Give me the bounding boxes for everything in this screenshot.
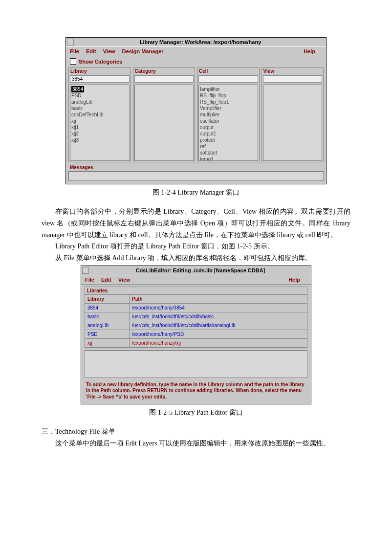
messages-area: [68, 171, 324, 181]
section-3-body: 这个菜单中的最后一项 Edit Layers 可以使用在版图编辑中，用来修改原始…: [42, 438, 350, 449]
libraries-empty-area[interactable]: [85, 350, 307, 378]
menu-help[interactable]: Help: [304, 48, 315, 54]
window-menu-button[interactable]: [82, 267, 89, 274]
list-item[interactable]: PSD: [71, 92, 128, 99]
table-row[interactable]: xjj/export/home/hanzy/xjj: [85, 339, 307, 348]
figure-1-2-4-caption: 图 1-2-4 Library Manager 窗口: [42, 188, 350, 197]
show-categories-row: Show Categories: [66, 56, 326, 66]
category-list[interactable]: [134, 85, 194, 161]
table-row[interactable]: basic/usr/cds_inst/tools/dfII/etc/cdslib…: [85, 312, 307, 321]
cell-path[interactable]: /usr/cds_inst/tools/dfII/etc/cdslib/basi…: [130, 312, 307, 321]
list-item[interactable]: output1: [200, 131, 257, 137]
cdslib-editor-window: CdsLibEditor: Editing ./cds.lib [NameSpa…: [81, 266, 311, 405]
cell-list[interactable]: IamplifierRS_flip_flopRS_flip_flop1Vampl…: [198, 85, 258, 161]
cell-label: Cell: [197, 68, 259, 74]
menu-design-manager[interactable]: Design Manager: [122, 48, 164, 54]
show-categories-checkbox[interactable]: [70, 58, 76, 65]
menu-view[interactable]: View: [103, 48, 115, 54]
menu-view[interactable]: View: [118, 277, 131, 283]
list-item[interactable]: softstart: [200, 150, 257, 156]
list-item[interactable]: output: [200, 124, 257, 131]
list-item[interactable]: Vamplifier: [200, 105, 257, 111]
cell-path[interactable]: /export/home/hanzy/xjj: [130, 339, 307, 347]
category-filter-input[interactable]: [134, 75, 194, 83]
menu-edit[interactable]: Edit: [86, 48, 96, 54]
list-item[interactable]: basic: [71, 105, 128, 111]
list-item[interactable]: temp1: [200, 156, 257, 161]
library-filter-input[interactable]: 3854: [70, 75, 130, 83]
window-title: Library Manager: WorkArea: /export/home/…: [75, 39, 326, 45]
paragraph-3: 从 File 菜单中选择 Add Library 项，填入相应的库名和路径名，即…: [55, 252, 350, 264]
libraries-header-row: Library Path: [85, 295, 307, 304]
paragraph-1: 在窗口的各部分中，分别显示的是 Library、Category、Cell、Vi…: [42, 206, 350, 241]
list-item[interactable]: Iamplifier: [200, 86, 257, 92]
library-manager-window: Library Manager: WorkArea: /export/home/…: [65, 37, 327, 184]
cell-path[interactable]: /export/home/hany/PSD: [130, 330, 307, 338]
table-row[interactable]: analogLib/usr/cds_inst/tools/dfII/etc/cd…: [85, 321, 307, 330]
window-menu-button[interactable]: [67, 39, 74, 45]
cell-library[interactable]: basic: [85, 312, 130, 321]
menu-file[interactable]: File: [85, 277, 94, 283]
list-item[interactable]: RS_flip_flop: [200, 92, 257, 99]
list-item[interactable]: analogLib: [71, 99, 128, 105]
list-item[interactable]: xjj3: [71, 137, 128, 143]
menubar: File Edit View Design Manager Help: [66, 46, 326, 56]
titlebar: CdsLibEditor: Editing ./cds.lib [NameSpa…: [81, 266, 311, 275]
menubar: File Edit View Help: [81, 275, 311, 285]
view-pane: View: [261, 67, 324, 162]
editor-hint: To add a new library definition, type th…: [81, 380, 311, 404]
menu-help[interactable]: Help: [288, 277, 300, 283]
cell-path[interactable]: /usr/cds_inst/tools/dfII/etc/cdslib/arti…: [130, 321, 307, 330]
menu-file[interactable]: File: [70, 48, 79, 54]
list-item[interactable]: xjj: [71, 118, 128, 124]
list-item[interactable]: 3854: [71, 86, 128, 92]
window-title: CdsLibEditor: Editing ./cds.lib [NameSpa…: [90, 267, 311, 273]
libraries-label: Libraries: [85, 287, 307, 295]
cell-library[interactable]: PSD: [85, 330, 130, 338]
list-item[interactable]: xjj1: [71, 124, 128, 131]
cell-library[interactable]: 3854: [85, 304, 130, 312]
menu-edit[interactable]: Edit: [101, 277, 111, 283]
paragraph-2: Library Path Editor 项打开的是 Library Path E…: [55, 241, 350, 252]
cell-library[interactable]: xjj: [85, 339, 130, 347]
header-path: Path: [130, 295, 307, 303]
view-label: View: [262, 68, 324, 74]
header-library: Library: [85, 295, 130, 303]
list-item[interactable]: xjj2: [71, 131, 128, 137]
section-3-title: 三．Technology File 菜单: [42, 426, 350, 438]
list-item[interactable]: protect: [200, 137, 257, 143]
table-row[interactable]: PSD/export/home/hany/PSD: [85, 330, 307, 339]
view-list[interactable]: [263, 85, 323, 161]
list-item[interactable]: multiplier: [200, 111, 257, 118]
titlebar: Library Manager: WorkArea: /export/home/…: [66, 38, 326, 46]
library-list[interactable]: 3854PSDanalogLibbasiccdsDefTechLibxjjxjj…: [70, 85, 130, 161]
messages-label: Messages: [68, 165, 324, 170]
category-pane: Category: [133, 67, 196, 162]
list-item[interactable]: cdsDefTechLib: [71, 111, 128, 118]
figure-1-2-5-caption: 图 1-2-5 Library Path Editor 窗口: [42, 408, 350, 417]
view-filter-input[interactable]: [263, 75, 323, 83]
libraries-panel: Libraries Library Path 3854/export/home/…: [85, 287, 307, 348]
cell-pane: Cell IamplifierRS_flip_flopRS_flip_flop1…: [197, 67, 260, 162]
library-label: Library: [69, 68, 131, 74]
library-pane: Library 3854 3854PSDanalogLibbasiccdsDef…: [68, 67, 131, 162]
list-item[interactable]: ref: [200, 143, 257, 150]
cell-library[interactable]: analogLib: [85, 321, 130, 330]
category-label: Category: [133, 68, 195, 74]
show-categories-label: Show Categories: [79, 59, 122, 65]
table-row[interactable]: 3854/export/home/hany/3854: [85, 304, 307, 312]
cell-filter-input[interactable]: [198, 75, 258, 83]
cell-path[interactable]: /export/home/hany/3854: [130, 304, 307, 312]
list-item[interactable]: oscillator: [200, 118, 257, 124]
list-item[interactable]: RS_flip_flop1: [200, 99, 257, 105]
